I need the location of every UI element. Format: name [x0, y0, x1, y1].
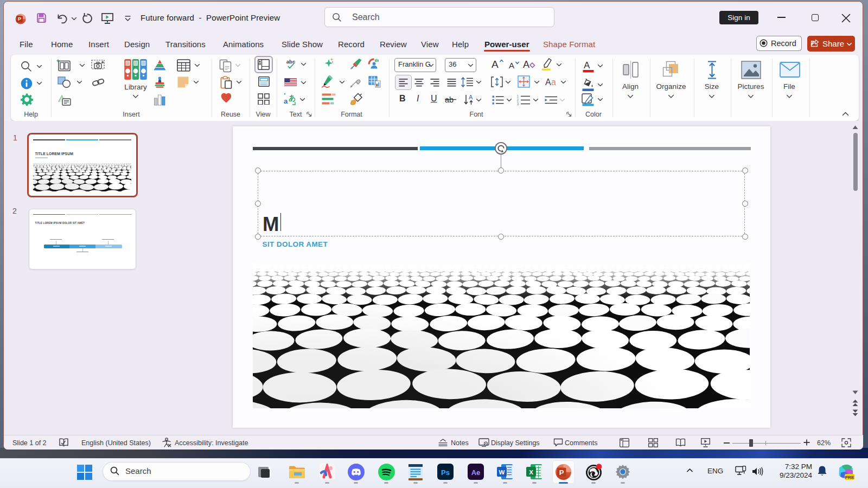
svg-text:あ: あ: [289, 94, 296, 102]
svg-text:X: X: [529, 469, 533, 476]
svg-text:P: P: [18, 16, 21, 22]
svg-text:A: A: [509, 61, 514, 70]
svg-text:W: W: [499, 469, 505, 476]
svg-text:A: A: [469, 94, 473, 100]
svg-text:abc: abc: [286, 59, 295, 65]
svg-text:a: a: [551, 78, 556, 86]
svg-text:Ps: Ps: [441, 468, 450, 477]
svg-text:Ae: Ae: [471, 468, 481, 477]
svg-text:1: 1: [517, 94, 519, 98]
svg-text:A: A: [492, 59, 499, 69]
svg-text:A: A: [545, 78, 551, 86]
svg-text:2: 2: [517, 98, 519, 102]
svg-text:A: A: [584, 60, 590, 70]
svg-text:3: 3: [517, 102, 519, 105]
svg-text:a: a: [284, 97, 288, 105]
svg-text:P: P: [559, 468, 564, 476]
svg-text:PRE: PRE: [845, 475, 854, 480]
svg-text:A: A: [523, 59, 529, 69]
